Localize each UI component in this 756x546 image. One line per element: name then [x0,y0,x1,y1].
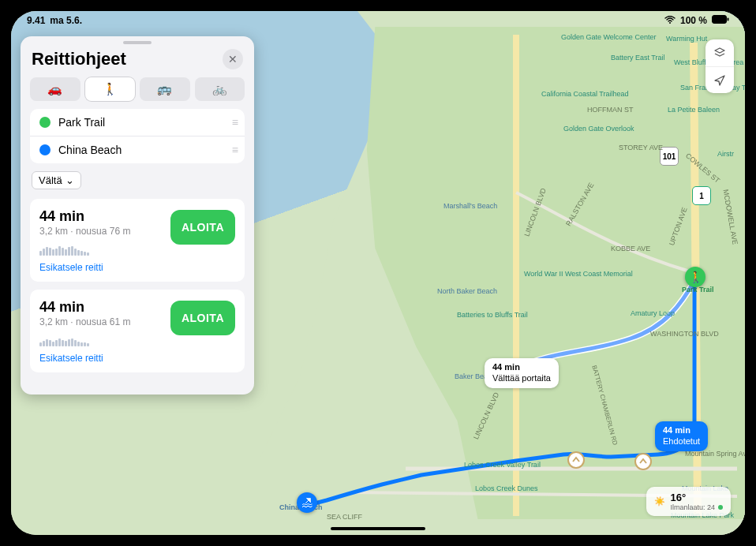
poi-coastal-trailhead: California Coastal Trailhead [541,90,629,98]
route-callout-primary[interactable]: 44 min Ehdotetut [655,421,708,451]
callout-alt-time: 44 min [492,362,551,373]
avoid-row: Vältä ⌄ [21,163,254,199]
avoid-label: Vältä [39,174,62,186]
route-1-elevation [39,334,235,346]
weather-aqi-label: Ilmanlaatu: 24 [670,503,715,511]
poi-la-petite: La Petite Baleen [668,106,720,114]
transport-mode-tabs: 🚗 🚶 🚌 🚲 [21,77,254,109]
stop-to-label: China Beach [58,144,122,156]
map-locate-button[interactable] [705,66,734,93]
hwy-1-label: 1 [699,192,704,200]
status-left: 9.41 ma 5.6. [27,15,82,26]
svg-rect-1 [713,16,727,24]
poi-lobos-dunes: Lobos Creek Dunes [475,484,538,492]
hwy-101-label: 101 [663,152,676,161]
weather-aqi: Ilmanlaatu: 24 [670,503,723,511]
route-callout-alt[interactable]: 44 min Välttää portaita [485,358,559,388]
area-sea-cliff: SEA CLIFF [327,513,362,521]
mode-tab-bike[interactable]: 🚲 [195,77,245,101]
stops-list: Park Trail ≡ China Beach ≡ [30,109,245,163]
marker-end[interactable]: 🏖 [297,492,317,513]
marker-start[interactable]: 🚶 [685,267,705,287]
transit-icon: 🚌 [157,82,172,96]
avoid-dropdown[interactable]: Vältä ⌄ [32,171,81,189]
map-controls [705,39,734,93]
car-icon: 🚗 [47,82,62,96]
battery-percent: 100 % [680,15,707,26]
weather-widget[interactable]: ☀️ 16° Ilmanlaatu: 24 [646,487,731,516]
route-card-1[interactable]: 44 min 3,2 km · nousua 61 m Esikatsele r… [30,290,245,372]
poi-batteries: Batteries to Bluffs Trail [457,311,528,319]
stop-to[interactable]: China Beach ≡ [30,136,245,163]
weather-sun-icon: ☀️ [654,496,665,507]
weather-text: 16° Ilmanlaatu: 24 [670,492,723,511]
walk-icon: 🚶 [689,271,702,283]
road-kobbe: KOBBE AVE [611,245,650,252]
route-card-0[interactable]: 44 min 3,2 km · nousua 76 m Esikatsele r… [30,199,245,282]
road-mountain-spring: Mountain Spring Ave [685,450,745,458]
route-1-go-button[interactable]: ALOITA [170,301,235,335]
poi-warming-hut: Warming Hut [666,35,707,43]
aqi-dot-icon [718,505,723,510]
poi-battery-east: Battery East Trail [611,54,665,62]
status-bar: 9.41 ma 5.6. 100 % [11,11,745,30]
reorder-icon[interactable]: ≡ [232,144,237,156]
reorder-icon[interactable]: ≡ [232,116,237,129]
route-0-preview-link[interactable]: Esikatsele reitti [39,262,103,273]
poi-lobos-valley: Lobos Creek Valley Trail [464,461,541,469]
panel-title: Reittiohjeet [32,49,126,69]
poi-north-baker: North Baker Beach [437,287,497,295]
map-layers-button[interactable] [705,39,734,66]
chevron-down-icon: ⌄ [65,174,74,186]
close-button[interactable]: ✕ [223,49,243,69]
walk-icon: 🚶 [103,82,118,96]
home-indicator[interactable] [331,527,425,530]
poi-wwii: World War II West Coast Memorial [524,270,633,278]
poi-airstr: Airstr [717,150,734,158]
status-time: 9.41 [27,15,45,26]
bike-icon: 🚲 [212,82,227,96]
battery-icon [712,15,729,26]
callout-alt-note: Välttää portaita [492,373,551,384]
screen: 9.41 ma 5.6. 100 % [11,11,745,535]
poi-gg-overlook: Golden Gate Overlook [563,125,634,133]
directions-panel: Reittiohjeet ✕ 🚗 🚶 🚌 🚲 [21,36,254,395]
waypoint-1 [567,451,585,469]
svg-point-0 [669,22,671,24]
device-frame: 9.41 ma 5.6. 100 % [0,0,756,546]
stop-from-dot-icon [39,117,51,128]
mode-tab-transit[interactable]: 🚌 [140,77,190,101]
weather-temp: 16° [670,492,723,503]
status-date: ma 5.6. [50,15,82,26]
stop-to-dot-icon [39,144,51,155]
route-1-preview-link[interactable]: Esikatsele reitti [39,353,103,364]
stop-from[interactable]: Park Trail ≡ [30,109,245,136]
mode-tab-walk[interactable]: 🚶 [85,77,136,101]
stop-from-label: Park Trail [58,116,105,129]
poi-amatury: Amatury Loop [631,309,675,317]
status-right: 100 % [664,15,729,26]
svg-rect-2 [728,18,729,21]
callout-primary-time: 44 min [663,425,700,436]
mode-tab-car[interactable]: 🚗 [30,77,80,101]
poi-marshalls: Marshall's Beach [443,202,497,210]
route-0-elevation [39,243,235,256]
panel-header: Reittiohjeet ✕ [21,44,254,77]
road-washington: WASHINGTON BLVD [650,330,719,338]
hwy-shield-1: 1 [692,186,711,205]
road-storey: STOREY AVE [619,144,663,151]
waypoint-2 [634,453,652,470]
callout-primary-note: Ehdotetut [663,436,700,447]
close-icon: ✕ [228,53,238,65]
poi-golden-gate-welcome: Golden Gate Welcome Center [561,33,656,41]
wifi-icon [664,15,676,26]
road-hoffman: HOFFMAN ST [587,106,634,114]
route-0-go-button[interactable]: ALOITA [170,210,235,245]
beach-icon: 🏖 [301,496,313,509]
